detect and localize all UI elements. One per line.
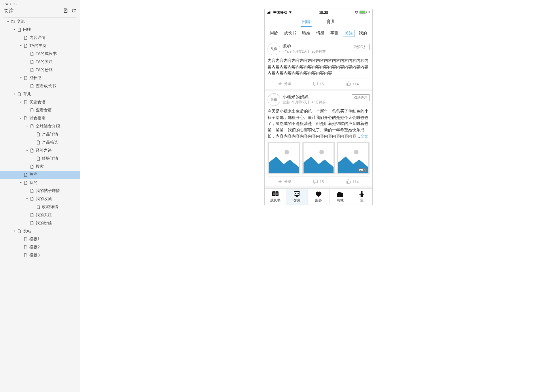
caret-icon[interactable] bbox=[13, 230, 16, 232]
export-icon[interactable] bbox=[63, 8, 68, 14]
nav-label: 商城 bbox=[337, 198, 344, 203]
status-bar: 中国移动 18:28 bbox=[265, 9, 372, 16]
image-placeholder[interactable] bbox=[302, 142, 335, 174]
avatar[interactable]: 头像 bbox=[268, 93, 280, 106]
post: 头像昵称宝宝8个月零2天丨 30分钟前取消关注内容内容内容内容内容内容内容内容内… bbox=[265, 40, 372, 89]
tree-row[interactable]: 育儿 bbox=[0, 90, 80, 98]
tree-row[interactable]: TA的关注 bbox=[0, 58, 80, 66]
alarm-icon bbox=[355, 10, 358, 15]
read-more-link[interactable]: 全文 bbox=[360, 134, 368, 138]
caret-icon[interactable] bbox=[19, 101, 22, 103]
top-tab[interactable]: 闲聊 bbox=[301, 19, 312, 27]
page-icon bbox=[36, 140, 40, 144]
tree-row[interactable]: 优选食谱 bbox=[0, 98, 80, 106]
tree-row[interactable]: 发帖 bbox=[0, 227, 80, 235]
nav-item-book[interactable]: 成长书 bbox=[265, 189, 286, 205]
tree-row[interactable]: 我的关注 bbox=[0, 211, 80, 219]
tree-row[interactable]: 收藏详情 bbox=[0, 203, 80, 211]
sub-tab[interactable]: 牢骚 bbox=[329, 30, 340, 37]
sub-tab[interactable]: 关注 bbox=[343, 30, 355, 37]
tree-row[interactable]: 查看食谱 bbox=[0, 106, 80, 114]
tree-label: 查看食谱 bbox=[36, 108, 52, 113]
image-placeholder[interactable]: 6 bbox=[337, 142, 370, 174]
avatar[interactable]: 头像 bbox=[268, 43, 280, 55]
tree-label: 经验详情 bbox=[42, 156, 58, 161]
comment-button[interactable]: 15 bbox=[302, 79, 336, 89]
caret-icon[interactable] bbox=[19, 77, 22, 79]
tree-row[interactable]: 搜索 bbox=[0, 163, 80, 171]
nav-item-person[interactable]: 我 bbox=[351, 189, 372, 205]
tree-row[interactable]: 经验详情 bbox=[0, 155, 80, 163]
caret-icon[interactable] bbox=[13, 28, 16, 31]
tree-label: TA的粉丝 bbox=[36, 67, 53, 73]
tree-label: 查看成长书 bbox=[36, 83, 56, 89]
tree-label: 关注 bbox=[29, 172, 37, 177]
caret-icon[interactable] bbox=[6, 20, 10, 23]
page-icon bbox=[24, 100, 28, 104]
caret-icon[interactable] bbox=[25, 125, 29, 128]
comment-button[interactable]: 15 bbox=[302, 177, 336, 187]
tree-row[interactable]: 交流 bbox=[0, 18, 80, 26]
sub-tab[interactable]: 成长书 bbox=[282, 30, 298, 37]
image-placeholder[interactable] bbox=[268, 142, 300, 174]
like-button[interactable]: 114 bbox=[336, 177, 370, 187]
tree-label: 模板2 bbox=[29, 245, 40, 250]
unfollow-button[interactable]: 取消关注 bbox=[352, 94, 370, 101]
tree-row[interactable]: 辅食指南 bbox=[0, 114, 80, 122]
tree-row[interactable]: 我的粉丝 bbox=[0, 219, 80, 227]
tree-row[interactable]: TA的粉丝 bbox=[0, 66, 80, 74]
tree-row[interactable]: 我的收藏 bbox=[0, 195, 80, 203]
page-tree[interactable]: 交流闲聊内容详情TA的主页TA的成长书TA的关注TA的粉丝成长书查看成长书育儿优… bbox=[0, 18, 80, 392]
tree-row[interactable]: 我的 bbox=[0, 179, 80, 187]
unfollow-button[interactable]: 取消关注 bbox=[352, 44, 370, 50]
sub-tab[interactable]: 晒娃 bbox=[300, 30, 312, 37]
post-images: 6 bbox=[268, 142, 370, 177]
caret-icon[interactable] bbox=[19, 182, 22, 184]
tree-row[interactable]: 模板3 bbox=[0, 251, 80, 259]
top-tab[interactable]: 育儿 bbox=[325, 19, 336, 27]
nav-item-heart[interactable]: 服务 bbox=[308, 189, 329, 205]
caret-icon[interactable] bbox=[19, 45, 22, 47]
tree-row[interactable]: 模板2 bbox=[0, 243, 80, 251]
like-button[interactable]: 114 bbox=[336, 79, 370, 89]
tree-row[interactable]: 我的帖子详情 bbox=[0, 187, 80, 195]
tree-label: 产品详情 bbox=[42, 132, 58, 137]
tree-row[interactable]: 模板1 bbox=[0, 235, 80, 243]
tree-row[interactable]: TA的成长书 bbox=[0, 50, 80, 58]
tree-row[interactable]: 查看成长书 bbox=[0, 82, 80, 90]
tree-row[interactable]: 产品详情 bbox=[0, 130, 80, 138]
svg-rect-2 bbox=[269, 12, 270, 14]
caret-icon[interactable] bbox=[13, 93, 16, 95]
svg-rect-0 bbox=[267, 13, 268, 14]
tree-row[interactable]: 经验之谈 bbox=[0, 146, 80, 155]
folder-icon bbox=[11, 20, 15, 24]
sub-tab[interactable]: 我的 bbox=[357, 30, 369, 37]
caret-icon[interactable] bbox=[19, 117, 22, 119]
share-button[interactable]: 分享 bbox=[268, 79, 302, 89]
tree-row[interactable]: 闲聊 bbox=[0, 26, 80, 34]
page-icon bbox=[24, 76, 28, 80]
tree-row[interactable]: 全球辅食介绍 bbox=[0, 122, 80, 130]
tree-row[interactable]: 成长书 bbox=[0, 74, 80, 82]
caret-icon[interactable] bbox=[25, 198, 29, 200]
page-icon bbox=[30, 84, 34, 88]
page-icon bbox=[24, 181, 28, 185]
page-icon bbox=[36, 205, 40, 209]
tree-row[interactable]: 内容详情 bbox=[0, 34, 80, 42]
tree-row[interactable]: 产品筛选 bbox=[0, 138, 80, 146]
post-author[interactable]: 昵称 bbox=[283, 44, 326, 49]
refresh-icon[interactable] bbox=[71, 8, 76, 14]
sub-tab[interactable]: 情感 bbox=[315, 30, 326, 37]
caret-icon[interactable] bbox=[25, 149, 29, 152]
nav-item-castle[interactable]: 商城 bbox=[329, 189, 351, 205]
tree-label: 搜索 bbox=[36, 164, 44, 169]
sidebar-title: 关注 bbox=[3, 7, 14, 14]
tree-row[interactable]: 关注 bbox=[0, 171, 80, 179]
tree-row[interactable]: TA的主页 bbox=[0, 42, 80, 50]
charging-icon bbox=[368, 10, 370, 15]
tree-label: 我的收藏 bbox=[36, 196, 52, 201]
nav-item-chat[interactable]: 交流 bbox=[286, 189, 308, 205]
sub-tab[interactable]: 同龄 bbox=[268, 30, 280, 37]
share-button[interactable]: 分享 bbox=[268, 177, 302, 187]
post-author[interactable]: 小糯米的妈妈 bbox=[283, 94, 326, 100]
